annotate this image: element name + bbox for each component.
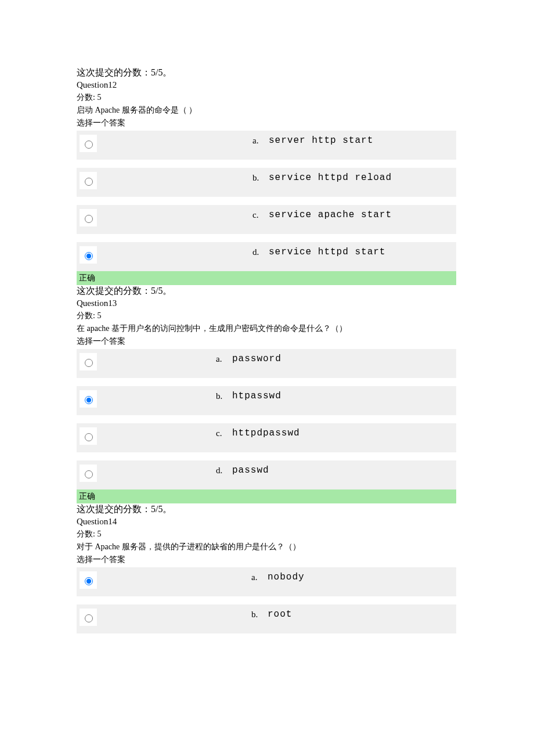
option-label: b. <box>252 172 269 183</box>
option-text: service httpd start <box>269 246 385 257</box>
question-text: 对于 Apache 服务器，提供的子进程的缺省的用户是什么？（） <box>77 542 457 552</box>
radio-q13-c[interactable] <box>85 433 93 441</box>
option-row-b: b. root <box>77 604 456 633</box>
radio-q12-c[interactable] <box>85 215 93 223</box>
option-text: htpasswd <box>232 390 282 401</box>
option-label: c. <box>252 209 269 220</box>
question-text: 在 apache 基于用户名的访问控制中，生成用户密码文件的命令是什么？（） <box>77 323 457 334</box>
option-text: service httpd reload <box>269 172 392 183</box>
option-label: c. <box>216 427 232 438</box>
option-label: d. <box>216 465 232 476</box>
radio-wrapper <box>80 353 97 370</box>
option-row-a: a. password <box>77 349 456 378</box>
option-text: service apache start <box>269 209 392 220</box>
radio-q13-d[interactable] <box>85 470 93 478</box>
radio-wrapper <box>80 209 97 226</box>
radio-q13-b[interactable] <box>85 396 93 404</box>
select-hint: 选择一个答案 <box>77 118 457 128</box>
question-points: 分数: 5 <box>77 311 457 321</box>
option-row-b: b. service httpd reload <box>77 168 456 197</box>
question-points: 分数: 5 <box>77 92 457 103</box>
score-line: 这次提交的分数：5/5。 <box>77 67 457 79</box>
radio-wrapper <box>80 609 97 626</box>
option-text: nobody <box>268 571 305 582</box>
radio-q12-b[interactable] <box>85 178 93 186</box>
option-label: a. <box>251 571 268 582</box>
option-label: a. <box>216 353 232 364</box>
correct-bar: 正确 <box>77 271 456 285</box>
option-row-a: a. server http start <box>77 131 456 160</box>
radio-wrapper <box>80 172 97 189</box>
radio-q13-a[interactable] <box>85 359 93 367</box>
option-label: a. <box>252 135 269 146</box>
options-q14: a. nobody b. root <box>77 567 456 633</box>
correct-bar: 正确 <box>77 489 456 503</box>
option-row-c: c. service apache start <box>77 205 456 234</box>
radio-q14-a[interactable] <box>85 577 93 585</box>
question-number: Question14 <box>77 517 457 527</box>
option-label: b. <box>216 390 232 401</box>
option-row-d: d. passwd <box>77 460 456 489</box>
option-text: passwd <box>232 465 269 476</box>
option-text: root <box>268 609 292 620</box>
radio-wrapper <box>80 390 97 408</box>
options-q12: a. server http start b. service httpd re… <box>77 131 456 271</box>
options-q13: a. password b. htpasswd c. httpdpasswd d… <box>77 349 456 489</box>
option-label: b. <box>251 609 268 620</box>
radio-wrapper <box>80 135 97 152</box>
radio-q14-b[interactable] <box>85 614 93 622</box>
question-number: Question13 <box>77 298 457 308</box>
option-text: password <box>232 353 282 364</box>
question-text: 启动 Apache 服务器的命令是（ ） <box>77 105 457 116</box>
option-row-d: d. service httpd start <box>77 242 456 271</box>
option-text: server http start <box>269 135 373 146</box>
option-row-a: a. nobody <box>77 567 456 596</box>
radio-wrapper <box>80 571 97 589</box>
score-line: 这次提交的分数：5/5。 <box>77 285 457 297</box>
radio-wrapper <box>80 246 97 264</box>
question-points: 分数: 5 <box>77 529 457 539</box>
question-number: Question12 <box>77 80 457 90</box>
score-line: 这次提交的分数：5/5。 <box>77 503 457 516</box>
radio-q12-a[interactable] <box>85 141 93 149</box>
option-row-c: c. httpdpasswd <box>77 423 456 452</box>
radio-wrapper <box>80 465 97 482</box>
option-text: httpdpasswd <box>232 427 300 438</box>
option-label: d. <box>252 246 269 257</box>
select-hint: 选择一个答案 <box>77 555 457 565</box>
radio-wrapper <box>80 427 97 445</box>
page: 这次提交的分数：5/5。 Question12 分数: 5 启动 Apache … <box>0 0 534 756</box>
option-row-b: b. htpasswd <box>77 386 456 415</box>
radio-q12-d[interactable] <box>85 252 93 260</box>
select-hint: 选择一个答案 <box>77 336 457 347</box>
